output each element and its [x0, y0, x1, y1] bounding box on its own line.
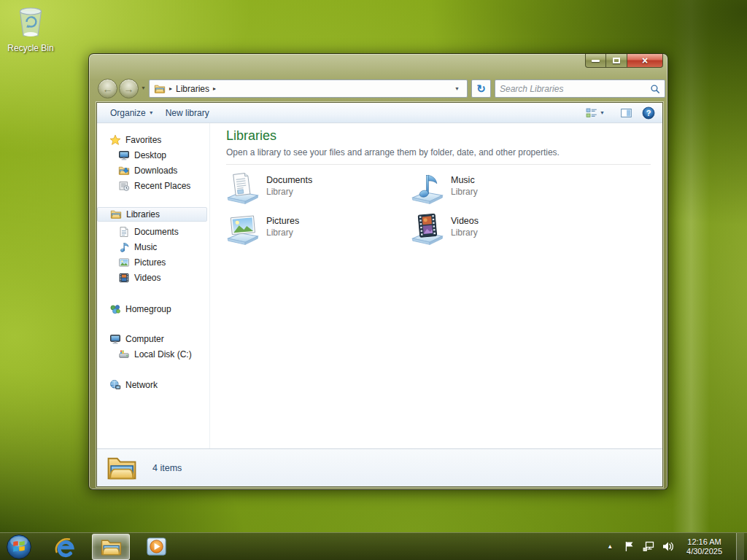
library-item-pictures[interactable]: Pictures Library — [225, 211, 396, 249]
recent-places-icon — [118, 180, 130, 192]
taskbar-windows-explorer[interactable] — [92, 534, 130, 560]
taskbar-media-player[interactable] — [137, 533, 175, 560]
breadcrumb-arrow-icon[interactable]: ▸ — [169, 85, 172, 92]
help-icon[interactable] — [642, 106, 655, 120]
sidebar-label: Desktop — [134, 150, 166, 160]
new-library-button[interactable]: New library — [160, 106, 215, 120]
item-type: Library — [266, 187, 312, 197]
network-icon — [109, 379, 121, 391]
refresh-button[interactable]: ↻ — [471, 79, 491, 98]
sidebar-label: Pictures — [134, 257, 166, 268]
preview-pane-icon[interactable] — [620, 107, 632, 119]
items-view: Libraries Open a library to see your fil… — [210, 123, 662, 448]
maximize-button[interactable] — [606, 54, 627, 68]
close-button[interactable]: × — [627, 54, 663, 68]
item-type: Library — [451, 228, 479, 238]
internet-explorer-icon — [54, 535, 77, 559]
homegroup-icon — [109, 303, 121, 315]
status-bar: 4 items — [97, 448, 662, 486]
minimize-button[interactable] — [585, 54, 606, 68]
breadcrumb-arrow-icon[interactable]: ▸ — [213, 85, 216, 92]
sidebar-label: Favorites — [125, 135, 161, 145]
sidebar-item-downloads[interactable]: Downloads — [97, 163, 207, 178]
network-status-icon[interactable] — [643, 540, 655, 553]
computer-icon — [109, 333, 121, 345]
search-input[interactable] — [500, 84, 650, 94]
sidebar-label: Music — [134, 242, 157, 252]
clock-time: 12:16 AM — [686, 537, 722, 547]
address-bar[interactable]: ▸ Libraries ▸ ▼ — [149, 79, 468, 98]
address-dropdown-icon[interactable]: ▼ — [452, 86, 462, 91]
windows-logo-icon — [6, 534, 32, 560]
content-area: Favorites Desktop Downloads Recent Place… — [97, 123, 662, 448]
forward-arrow-icon: → — [124, 83, 134, 95]
taskbar: ▲ 12:16 AM 4/30/2025 — [0, 532, 747, 560]
command-bar: Organize ▼ New library ▼ — [97, 103, 662, 123]
sidebar-label: Recent Places — [134, 181, 190, 191]
new-library-label: New library — [166, 108, 209, 118]
clock[interactable]: 12:16 AM 4/30/2025 — [681, 537, 728, 556]
organize-caret-icon: ▼ — [149, 110, 154, 115]
navigation-pane: Favorites Desktop Downloads Recent Place… — [97, 123, 210, 448]
libraries-folder-icon — [106, 452, 138, 484]
item-name: Videos — [451, 216, 479, 226]
sidebar-item-computer[interactable]: Computer — [97, 332, 207, 346]
views-caret-icon: ▼ — [600, 110, 605, 115]
sidebar-item-homegroup[interactable]: Homegroup — [97, 302, 207, 316]
item-type: Library — [451, 187, 478, 197]
item-name: Music — [451, 175, 478, 185]
volume-icon[interactable] — [662, 540, 674, 553]
sidebar-item-network[interactable]: Network — [97, 378, 207, 392]
system-tray: ▲ 12:16 AM 4/30/2025 — [603, 533, 747, 560]
organize-button[interactable]: Organize ▼ — [104, 106, 160, 120]
star-icon — [109, 134, 121, 146]
breadcrumb-libraries[interactable]: Libraries — [176, 84, 209, 94]
taskbar-internet-explorer[interactable] — [47, 533, 85, 560]
search-box[interactable] — [495, 79, 665, 98]
sidebar-label: Videos — [134, 273, 160, 283]
organize-label: Organize — [110, 108, 146, 118]
navigation-bar: ← → ▼ ▸ Libraries ▸ ▼ ↻ — [89, 77, 667, 101]
forward-button[interactable]: → — [119, 79, 139, 98]
window-body: Organize ▼ New library ▼ — [96, 102, 663, 487]
divider — [226, 164, 651, 165]
sidebar-label: Downloads — [134, 166, 177, 176]
sidebar-item-libraries[interactable]: Libraries — [97, 207, 207, 222]
history-dropdown[interactable]: ▼ — [141, 85, 146, 90]
library-item-documents[interactable]: Documents Library — [225, 170, 396, 208]
desktop: Recycle Bin × ← → ▼ ▸ Libraries ▸ ▼ ↻ — [0, 0, 747, 560]
item-name: Documents — [266, 175, 312, 185]
explorer-folder-icon — [100, 536, 123, 559]
recycle-bin[interactable]: Recycle Bin — [6, 4, 55, 53]
show-desktop-button[interactable] — [736, 533, 744, 560]
clock-date: 4/30/2025 — [686, 547, 722, 556]
change-view-button[interactable]: ▼ — [580, 105, 611, 121]
sidebar-item-favorites[interactable]: Favorites — [97, 133, 207, 147]
disk-icon — [118, 349, 130, 360]
sidebar-item-pictures[interactable]: Pictures — [97, 255, 207, 270]
start-button[interactable] — [0, 533, 38, 560]
explorer-window: × ← → ▼ ▸ Libraries ▸ ▼ ↻ Organize — [88, 53, 668, 490]
sidebar-item-recent-places[interactable]: Recent Places — [97, 179, 207, 193]
library-item-music[interactable]: Music Library — [409, 170, 581, 208]
sidebar-item-local-disk[interactable]: Local Disk (C:) — [97, 347, 207, 362]
show-hidden-icons-button[interactable]: ▲ — [603, 543, 617, 550]
back-button[interactable]: ← — [98, 79, 117, 98]
search-icon[interactable] — [650, 84, 660, 94]
sidebar-item-music[interactable]: Music — [97, 240, 207, 254]
libraries-icon — [110, 209, 122, 220]
sidebar-item-desktop[interactable]: Desktop — [97, 148, 207, 163]
music-library-icon — [409, 170, 446, 206]
page-subtitle: Open a library to see your files and arr… — [226, 147, 560, 158]
action-center-flag-icon[interactable] — [624, 540, 636, 553]
recycle-bin-label: Recycle Bin — [6, 43, 55, 53]
sidebar-item-documents[interactable]: Documents — [97, 225, 207, 239]
sidebar-item-videos[interactable]: Videos — [97, 271, 207, 285]
media-player-icon — [145, 535, 168, 558]
command-bar-right: ▼ — [580, 105, 655, 121]
sidebar-label: Local Disk (C:) — [134, 349, 192, 359]
film-icon — [118, 272, 130, 284]
library-item-videos[interactable]: Videos Library — [409, 211, 581, 249]
maximize-icon — [613, 58, 620, 63]
recycle-bin-icon — [13, 4, 48, 39]
